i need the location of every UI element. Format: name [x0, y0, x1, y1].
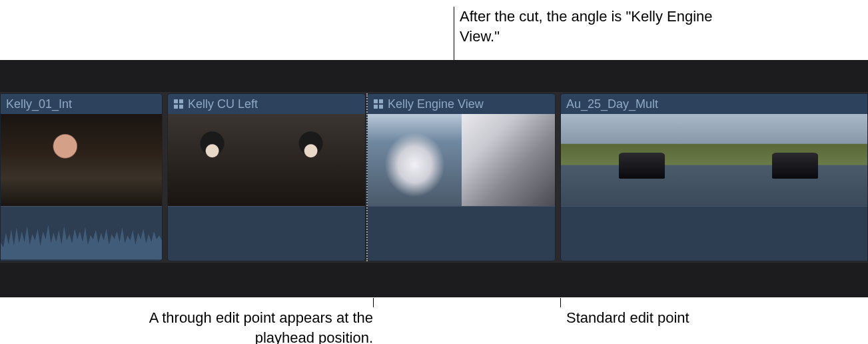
clip-thumbnails [168, 114, 365, 206]
annotation-after-cut: After the cut, the angle is "Kelly Engin… [460, 7, 726, 46]
timeline-clip[interactable]: Kelly CU Left [167, 93, 366, 261]
clip-header: Kelly CU Left [168, 94, 365, 114]
svg-rect-7 [379, 105, 383, 109]
clip-audio[interactable] [368, 206, 555, 261]
svg-rect-1 [179, 99, 183, 103]
clip-audio[interactable] [561, 206, 867, 261]
clip-thumbnail [561, 114, 714, 206]
multicam-icon [373, 99, 384, 109]
svg-rect-5 [379, 99, 383, 103]
timeline-clip[interactable]: Kelly Engine View [367, 93, 556, 261]
clip-header: Kelly_01_Int [1, 94, 162, 114]
callout-line-through-edit [373, 298, 374, 307]
clip-thumbnails [368, 114, 555, 206]
audio-divider [1, 206, 162, 207]
clip-header: Kelly Engine View [368, 94, 555, 114]
clip-thumbnails [1, 114, 162, 206]
timeline-clip[interactable]: Au_25_Day_Mult [560, 93, 868, 261]
clip-thumbnail [368, 114, 462, 206]
clip-thumbnail [1, 114, 162, 206]
timeline[interactable]: Kelly_01_Int Kelly CU Left [0, 60, 868, 297]
clip-thumbnail [714, 114, 867, 206]
clip-thumbnail [266, 114, 365, 206]
clip-thumbnails [561, 114, 867, 206]
audio-divider [368, 206, 555, 207]
annotation-through-edit: A through edit point appears at the play… [113, 308, 373, 344]
clip-thumbnail [168, 114, 266, 206]
through-edit-point[interactable] [366, 93, 368, 261]
annotation-standard-edit: Standard edit point [566, 308, 766, 328]
clip-label: Kelly Engine View [388, 97, 484, 111]
clip-audio[interactable] [168, 206, 365, 261]
clip-label: Kelly CU Left [188, 97, 258, 111]
svg-rect-6 [374, 105, 378, 109]
svg-rect-3 [179, 105, 183, 109]
timeline-clip[interactable]: Kelly_01_Int [0, 93, 163, 261]
svg-rect-2 [174, 105, 178, 109]
callout-line-standard-edit [560, 298, 561, 307]
clip-label: Au_25_Day_Mult [566, 97, 658, 111]
callout-line-top [454, 7, 454, 60]
audio-waveform [1, 219, 162, 259]
clip-thumbnail [462, 114, 556, 206]
clip-header: Au_25_Day_Mult [561, 94, 867, 114]
clip-audio[interactable] [1, 206, 162, 261]
svg-rect-0 [174, 99, 178, 103]
audio-divider [561, 206, 867, 207]
svg-rect-4 [374, 99, 378, 103]
multicam-icon [173, 99, 184, 109]
audio-divider [168, 206, 365, 207]
clip-label: Kelly_01_Int [6, 97, 72, 111]
